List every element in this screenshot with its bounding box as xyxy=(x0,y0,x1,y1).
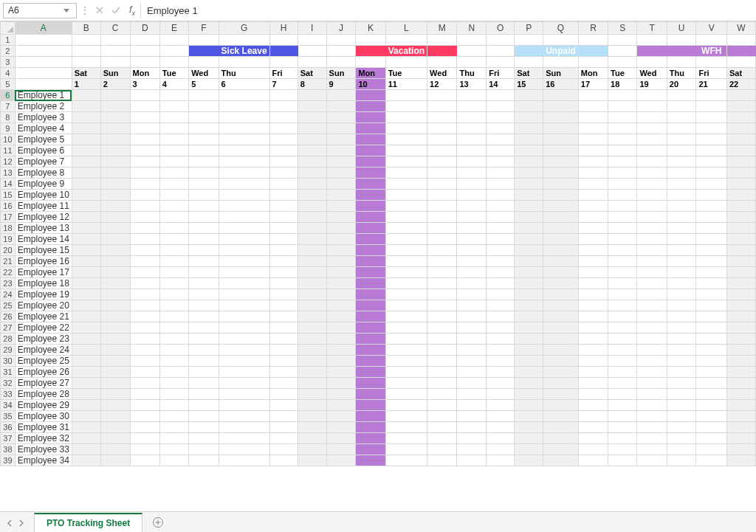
cell[interactable] xyxy=(543,278,579,289)
cell[interactable] xyxy=(298,90,326,101)
cell[interactable] xyxy=(427,223,457,234)
cell[interactable] xyxy=(427,455,457,466)
cell[interactable] xyxy=(637,123,667,134)
employee-name-cell[interactable]: Employee 18 xyxy=(15,278,72,289)
cell[interactable] xyxy=(726,212,755,223)
cell[interactable] xyxy=(515,245,543,256)
cell[interactable] xyxy=(637,156,667,167)
cell[interactable] xyxy=(578,411,608,422)
cell[interactable] xyxy=(637,179,667,190)
row-header[interactable]: 27 xyxy=(1,322,16,334)
cell[interactable] xyxy=(219,90,269,101)
column-header[interactable]: C xyxy=(100,22,130,35)
cell[interactable] xyxy=(667,46,696,57)
cell[interactable] xyxy=(457,256,487,267)
cell[interactable] xyxy=(667,57,696,68)
cell[interactable] xyxy=(487,267,515,278)
cell[interactable] xyxy=(726,278,755,289)
cell[interactable] xyxy=(385,145,427,156)
cell[interactable] xyxy=(298,156,326,167)
cell[interactable] xyxy=(298,101,326,112)
day-name-header[interactable]: Fri xyxy=(269,68,298,79)
cell[interactable] xyxy=(219,278,269,289)
cell[interactable] xyxy=(219,134,269,145)
cell[interactable] xyxy=(100,433,130,444)
cell[interactable] xyxy=(269,223,298,234)
cell[interactable] xyxy=(385,234,427,245)
cell[interactable] xyxy=(72,223,100,234)
cell[interactable] xyxy=(130,389,159,400)
cell[interactable] xyxy=(298,433,326,444)
cell[interactable] xyxy=(356,311,385,322)
cell[interactable] xyxy=(130,245,159,256)
cell[interactable] xyxy=(487,444,515,455)
cell[interactable] xyxy=(667,134,696,145)
cell[interactable] xyxy=(269,46,298,57)
row-header[interactable]: 15 xyxy=(1,190,16,201)
cell[interactable] xyxy=(427,334,457,345)
employee-name-cell[interactable]: Employee 25 xyxy=(15,356,72,367)
cell[interactable] xyxy=(356,289,385,300)
cell[interactable] xyxy=(269,112,298,123)
cell[interactable] xyxy=(608,134,637,145)
add-sheet-button[interactable] xyxy=(148,513,168,532)
cell[interactable] xyxy=(487,234,515,245)
cell[interactable] xyxy=(543,57,579,68)
cell[interactable] xyxy=(159,311,188,322)
cell[interactable] xyxy=(578,455,608,466)
cell[interactable] xyxy=(159,267,188,278)
cell[interactable] xyxy=(696,190,727,201)
cell[interactable] xyxy=(72,356,100,367)
cell[interactable] xyxy=(608,367,637,378)
cell[interactable] xyxy=(515,212,543,223)
cell[interactable] xyxy=(696,179,727,190)
cell[interactable] xyxy=(578,245,608,256)
cell[interactable] xyxy=(696,378,727,389)
cell[interactable] xyxy=(696,433,727,444)
cell[interactable] xyxy=(130,356,159,367)
cell[interactable] xyxy=(100,156,130,167)
cell[interactable] xyxy=(159,212,188,223)
cell[interactable] xyxy=(72,112,100,123)
cell[interactable] xyxy=(543,245,579,256)
cell[interactable] xyxy=(515,311,543,322)
cell[interactable] xyxy=(72,367,100,378)
cell[interactable] xyxy=(487,367,515,378)
row-header[interactable]: 6 xyxy=(1,90,16,101)
cell[interactable] xyxy=(219,57,269,68)
cell[interactable] xyxy=(696,389,727,400)
cell[interactable] xyxy=(72,433,100,444)
cell[interactable] xyxy=(219,201,269,212)
cell[interactable] xyxy=(578,167,608,179)
cell[interactable] xyxy=(269,101,298,112)
cell[interactable] xyxy=(219,101,269,112)
cell[interactable] xyxy=(667,455,696,466)
row-header[interactable]: 3 xyxy=(1,57,16,68)
cell[interactable] xyxy=(130,101,159,112)
employee-name-cell[interactable]: Employee 13 xyxy=(15,223,72,234)
cell[interactable] xyxy=(130,278,159,289)
cell[interactable] xyxy=(326,256,356,267)
cell[interactable] xyxy=(487,46,515,57)
cell[interactable] xyxy=(578,123,608,134)
row-header[interactable]: 18 xyxy=(1,223,16,234)
cell[interactable] xyxy=(385,190,427,201)
employee-name-cell[interactable]: Employee 24 xyxy=(15,345,72,356)
day-name-header[interactable]: Sat xyxy=(72,68,100,79)
cell[interactable] xyxy=(427,444,457,455)
cell[interactable] xyxy=(159,422,188,433)
cell[interactable] xyxy=(356,411,385,422)
cell[interactable] xyxy=(578,223,608,234)
cell[interactable] xyxy=(356,179,385,190)
cell[interactable] xyxy=(637,444,667,455)
cell[interactable] xyxy=(326,156,356,167)
cell[interactable] xyxy=(457,444,487,455)
cell[interactable] xyxy=(515,300,543,311)
date-header[interactable]: 14 xyxy=(487,79,515,90)
cell[interactable] xyxy=(72,455,100,466)
cell[interactable] xyxy=(726,289,755,300)
cell[interactable] xyxy=(385,455,427,466)
cell[interactable] xyxy=(515,190,543,201)
cell[interactable] xyxy=(356,267,385,278)
cell[interactable] xyxy=(269,433,298,444)
